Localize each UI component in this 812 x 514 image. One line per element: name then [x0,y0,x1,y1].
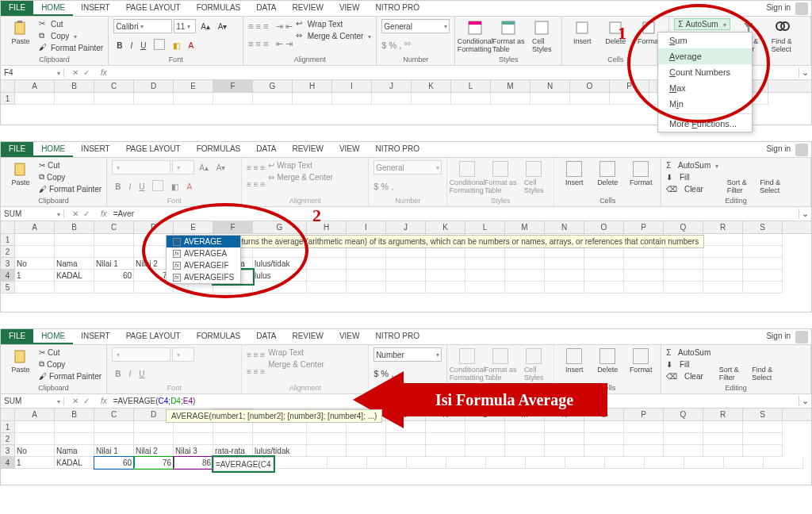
autocomplete-averageif[interactable]: fxAVERAGEIF [167,259,240,271]
menu-more-functions[interactable]: More Functions... [658,116,752,132]
wrap-text-button[interactable]: ↩Wrap Text [296,18,372,29]
menu-sum[interactable]: Sum [658,33,752,48]
tab-insert[interactable]: INSERT [73,1,118,16]
underline-button[interactable]: U [137,40,149,52]
group-font-label: Font [113,56,238,64]
tab-home[interactable]: HOME [33,1,73,16]
border-button[interactable] [151,37,168,53]
autosum-dropdown: Sum Average Count Numbers Max Min More F… [657,32,753,132]
cancel-formula-icon[interactable]: ✕ [72,68,79,77]
annotation-1: 1 [618,23,626,44]
format-as-table-button[interactable]: Format as Table [493,18,523,56]
name-box[interactable]: SUM [1,209,64,218]
conditional-formatting-button[interactable]: Conditional Formatting [460,18,490,56]
svg-rect-5 [502,21,515,25]
svg-rect-1 [17,21,22,23]
autocomplete-average[interactable]: fxAVERAGE [167,236,240,247]
tab-file[interactable]: FILE [1,1,33,16]
font-color-button[interactable]: A [185,40,197,52]
number-format-select[interactable]: General [381,19,450,33]
autocomplete-averageifs[interactable]: fxAVERAGEIFS [167,271,240,283]
autocomplete-description: Returns the average (arithmetic mean) of… [226,235,704,248]
menu-min[interactable]: Min [658,96,752,112]
find-select-button[interactable]: Find & Select [767,18,797,56]
group-cells-label: Cells [567,56,664,64]
annotation-2: 2 [312,205,321,226]
active-cell[interactable]: =AVERAGE(C4 [213,457,274,471]
tab-page-layout[interactable]: PAGE LAYOUT [118,1,189,16]
svg-rect-13 [15,351,25,362]
sigma-icon: Σ [678,20,683,29]
svg-rect-9 [643,22,654,33]
tab-view[interactable]: VIEW [331,1,368,16]
annotation-arrow: Isi Formula Average [401,383,607,416]
accept-formula-icon[interactable]: ✓ [83,68,90,77]
font-size-select[interactable]: 11 [174,19,196,33]
tab-review[interactable]: REVIEW [284,1,331,16]
group-alignment-label: Alignment [248,56,371,64]
decrease-font-button[interactable]: A▾ [215,21,231,33]
cell-styles-button[interactable]: Cell Styles [527,18,557,56]
formula-tooltip: AVERAGE(number1; [number2]; [number3]; [… [166,409,382,423]
group-number-label: Number [381,56,450,64]
name-box[interactable]: F4 [1,68,64,77]
menu-average[interactable]: Average [658,48,752,64]
svg-rect-6 [535,21,548,34]
tab-data[interactable]: DATA [248,1,284,16]
group-clipboard-label: Clipboard [6,56,103,64]
fx-icon[interactable]: fx [98,68,110,77]
expand-formula-bar-icon[interactable]: ⌄ [799,67,811,78]
formula-bar[interactable]: =Aver [110,209,799,218]
formula-autocomplete: fxAVERAGE fxAVERAGEA fxAVERAGEIF fxAVERA… [166,235,241,284]
increase-font-button[interactable]: A▴ [197,21,213,33]
ribbon-tabs: FILE HOME INSERT PAGE LAYOUT FORMULAS DA… [1,1,811,17]
bold-button[interactable]: B [113,40,125,52]
user-icon [795,2,808,15]
copy-button[interactable]: ⧉Copy [39,30,103,41]
insert-cells-button[interactable]: Insert [567,18,597,56]
italic-button[interactable]: I [127,40,136,52]
fill-color-button[interactable]: ◧ [170,40,183,52]
format-painter-button[interactable]: 🖌Format Painter [39,42,103,53]
font-name-select[interactable]: Calibri [113,19,172,33]
merge-center-button[interactable]: ⇔Merge & Center [296,30,372,41]
menu-max[interactable]: Max [658,80,752,96]
sign-in-link[interactable]: Sign in [761,1,795,16]
svg-rect-3 [469,21,481,25]
cut-button[interactable]: ✂Cut [39,18,103,29]
autosum-button[interactable]: ΣAutoSum [674,18,730,30]
svg-rect-12 [15,163,25,175]
tab-nitro[interactable]: NITRO PRO [367,1,427,16]
svg-rect-0 [15,22,25,34]
paste-button[interactable]: Paste [6,18,36,56]
menu-count-numbers[interactable]: Count Numbers [658,64,752,80]
tab-formulas[interactable]: FORMULAS [189,1,249,16]
group-styles-label: Styles [460,56,557,64]
svg-rect-7 [576,22,588,33]
autocomplete-averagea[interactable]: fxAVERAGEA [167,247,240,259]
